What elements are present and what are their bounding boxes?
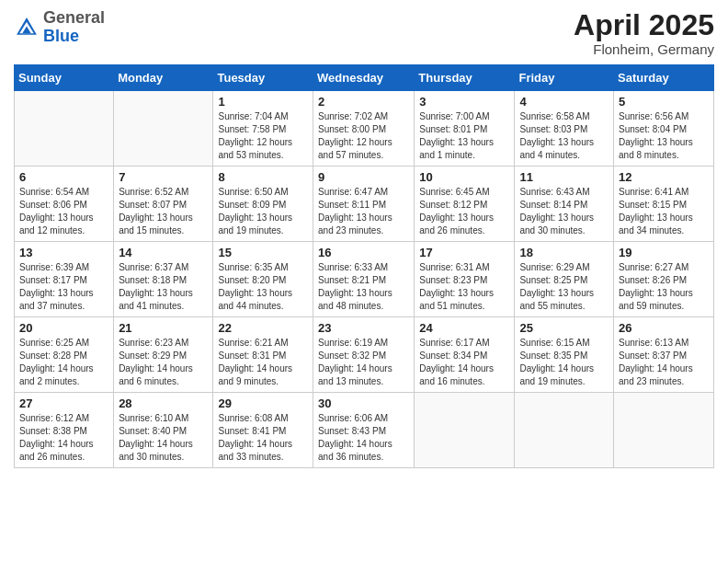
- day-number: 15: [218, 246, 308, 259]
- calendar-cell: 8Sunrise: 6:50 AMSunset: 8:09 PMDaylight…: [213, 167, 313, 242]
- calendar-cell: 20Sunrise: 6:25 AMSunset: 8:28 PMDayligh…: [15, 317, 114, 393]
- day-number: 25: [519, 321, 609, 335]
- calendar-cell: 16Sunrise: 6:33 AMSunset: 8:21 PMDayligh…: [313, 242, 415, 317]
- day-number: 27: [19, 396, 108, 410]
- day-number: 6: [19, 170, 108, 184]
- day-info: Sunrise: 6:15 AMSunset: 8:35 PMDaylight:…: [519, 337, 609, 388]
- day-info: Sunrise: 6:50 AMSunset: 8:09 PMDaylight:…: [218, 186, 308, 237]
- calendar-cell: 28Sunrise: 6:10 AMSunset: 8:40 PMDayligh…: [114, 393, 213, 468]
- calendar-cell: 3Sunrise: 7:00 AMSunset: 8:01 PMDaylight…: [415, 91, 515, 167]
- day-number: 30: [318, 396, 409, 410]
- calendar-cell: 29Sunrise: 6:08 AMSunset: 8:41 PMDayligh…: [213, 393, 313, 468]
- calendar-cell: 23Sunrise: 6:19 AMSunset: 8:32 PMDayligh…: [313, 317, 415, 393]
- logo-text: General Blue: [43, 9, 105, 46]
- day-info: Sunrise: 6:10 AMSunset: 8:40 PMDaylight:…: [119, 412, 208, 464]
- day-number: 5: [619, 95, 709, 109]
- day-number: 21: [119, 321, 208, 335]
- day-info: Sunrise: 6:39 AMSunset: 8:17 PMDaylight:…: [19, 261, 108, 313]
- day-info: Sunrise: 6:12 AMSunset: 8:38 PMDaylight:…: [19, 412, 108, 464]
- day-number: 1: [218, 95, 308, 109]
- day-info: Sunrise: 6:47 AMSunset: 8:11 PMDaylight:…: [318, 186, 409, 237]
- calendar-cell: 11Sunrise: 6:43 AMSunset: 8:14 PMDayligh…: [515, 167, 614, 242]
- title-block: April 2025 Flonheim, Germany: [574, 9, 714, 57]
- day-info: Sunrise: 7:02 AMSunset: 8:00 PMDaylight:…: [318, 110, 409, 162]
- calendar-cell: [114, 91, 213, 167]
- calendar-cell: 9Sunrise: 6:47 AMSunset: 8:11 PMDaylight…: [313, 167, 415, 242]
- day-number: 8: [218, 170, 308, 184]
- day-number: 26: [619, 321, 709, 335]
- day-of-week-header: Wednesday: [313, 65, 415, 91]
- calendar-cell: [15, 91, 114, 167]
- day-number: 7: [119, 170, 208, 184]
- calendar-cell: [614, 393, 714, 468]
- day-info: Sunrise: 7:04 AMSunset: 7:58 PMDaylight:…: [218, 110, 308, 162]
- day-info: Sunrise: 6:35 AMSunset: 8:20 PMDaylight:…: [218, 261, 308, 313]
- calendar-cell: [515, 393, 614, 468]
- calendar-cell: 18Sunrise: 6:29 AMSunset: 8:25 PMDayligh…: [515, 242, 614, 317]
- day-of-week-header: Thursday: [415, 65, 515, 91]
- day-of-week-header: Tuesday: [213, 65, 313, 91]
- day-info: Sunrise: 6:25 AMSunset: 8:28 PMDaylight:…: [19, 337, 108, 388]
- calendar-cell: 6Sunrise: 6:54 AMSunset: 8:06 PMDaylight…: [15, 167, 114, 242]
- day-number: 4: [519, 95, 609, 109]
- day-number: 16: [318, 246, 409, 259]
- day-number: 10: [419, 170, 509, 184]
- calendar-week-row: 13Sunrise: 6:39 AMSunset: 8:17 PMDayligh…: [15, 242, 714, 317]
- day-number: 3: [419, 95, 509, 109]
- calendar-cell: 5Sunrise: 6:56 AMSunset: 8:04 PMDaylight…: [614, 91, 714, 167]
- day-number: 29: [218, 396, 308, 410]
- calendar-cell: 22Sunrise: 6:21 AMSunset: 8:31 PMDayligh…: [213, 317, 313, 393]
- page: General Blue April 2025 Flonheim, German…: [0, 0, 728, 563]
- calendar-cell: 4Sunrise: 6:58 AMSunset: 8:03 PMDaylight…: [515, 91, 614, 167]
- day-info: Sunrise: 6:56 AMSunset: 8:04 PMDaylight:…: [619, 110, 709, 162]
- day-number: 19: [619, 246, 709, 259]
- day-info: Sunrise: 7:00 AMSunset: 8:01 PMDaylight:…: [419, 110, 509, 162]
- calendar-cell: 12Sunrise: 6:41 AMSunset: 8:15 PMDayligh…: [614, 167, 714, 242]
- logo: General Blue: [14, 9, 105, 46]
- day-info: Sunrise: 6:58 AMSunset: 8:03 PMDaylight:…: [519, 110, 609, 162]
- day-info: Sunrise: 6:17 AMSunset: 8:34 PMDaylight:…: [419, 337, 509, 388]
- day-info: Sunrise: 6:06 AMSunset: 8:43 PMDaylight:…: [318, 412, 409, 464]
- calendar-cell: 13Sunrise: 6:39 AMSunset: 8:17 PMDayligh…: [15, 242, 114, 317]
- calendar-cell: 15Sunrise: 6:35 AMSunset: 8:20 PMDayligh…: [213, 242, 313, 317]
- calendar-header-row: SundayMondayTuesdayWednesdayThursdayFrid…: [15, 65, 714, 91]
- calendar-cell: 24Sunrise: 6:17 AMSunset: 8:34 PMDayligh…: [415, 317, 515, 393]
- day-number: 9: [318, 170, 409, 184]
- calendar-week-row: 6Sunrise: 6:54 AMSunset: 8:06 PMDaylight…: [15, 167, 714, 242]
- calendar-cell: 1Sunrise: 7:04 AMSunset: 7:58 PMDaylight…: [213, 91, 313, 167]
- calendar-cell: 25Sunrise: 6:15 AMSunset: 8:35 PMDayligh…: [515, 317, 614, 393]
- calendar-cell: 19Sunrise: 6:27 AMSunset: 8:26 PMDayligh…: [614, 242, 714, 317]
- day-info: Sunrise: 6:27 AMSunset: 8:26 PMDaylight:…: [619, 261, 709, 313]
- day-number: 23: [318, 321, 409, 335]
- calendar-cell: [415, 393, 515, 468]
- day-number: 24: [419, 321, 509, 335]
- day-number: 12: [619, 170, 709, 184]
- calendar-week-row: 1Sunrise: 7:04 AMSunset: 7:58 PMDaylight…: [15, 91, 714, 167]
- day-info: Sunrise: 6:19 AMSunset: 8:32 PMDaylight:…: [318, 337, 409, 388]
- calendar-week-row: 27Sunrise: 6:12 AMSunset: 8:38 PMDayligh…: [15, 393, 714, 468]
- day-of-week-header: Monday: [114, 65, 213, 91]
- day-number: 18: [519, 246, 609, 259]
- day-info: Sunrise: 6:52 AMSunset: 8:07 PMDaylight:…: [119, 186, 208, 237]
- day-number: 14: [119, 246, 208, 259]
- day-number: 13: [19, 246, 108, 259]
- day-info: Sunrise: 6:29 AMSunset: 8:25 PMDaylight:…: [519, 261, 609, 313]
- day-number: 17: [419, 246, 509, 259]
- calendar-cell: 26Sunrise: 6:13 AMSunset: 8:37 PMDayligh…: [614, 317, 714, 393]
- day-info: Sunrise: 6:13 AMSunset: 8:37 PMDaylight:…: [619, 337, 709, 388]
- calendar-cell: 14Sunrise: 6:37 AMSunset: 8:18 PMDayligh…: [114, 242, 213, 317]
- day-info: Sunrise: 6:37 AMSunset: 8:18 PMDaylight:…: [119, 261, 208, 313]
- day-info: Sunrise: 6:54 AMSunset: 8:06 PMDaylight:…: [19, 186, 108, 237]
- day-info: Sunrise: 6:21 AMSunset: 8:31 PMDaylight:…: [218, 337, 308, 388]
- calendar-cell: 2Sunrise: 7:02 AMSunset: 8:00 PMDaylight…: [313, 91, 415, 167]
- logo-icon: [14, 15, 40, 40]
- day-of-week-header: Sunday: [15, 65, 114, 91]
- calendar-week-row: 20Sunrise: 6:25 AMSunset: 8:28 PMDayligh…: [15, 317, 714, 393]
- month-title: April 2025: [574, 9, 714, 41]
- calendar-cell: 7Sunrise: 6:52 AMSunset: 8:07 PMDaylight…: [114, 167, 213, 242]
- header: General Blue April 2025 Flonheim, German…: [14, 9, 714, 57]
- day-number: 2: [318, 95, 409, 109]
- calendar-cell: 21Sunrise: 6:23 AMSunset: 8:29 PMDayligh…: [114, 317, 213, 393]
- day-number: 20: [19, 321, 108, 335]
- day-info: Sunrise: 6:31 AMSunset: 8:23 PMDaylight:…: [419, 261, 509, 313]
